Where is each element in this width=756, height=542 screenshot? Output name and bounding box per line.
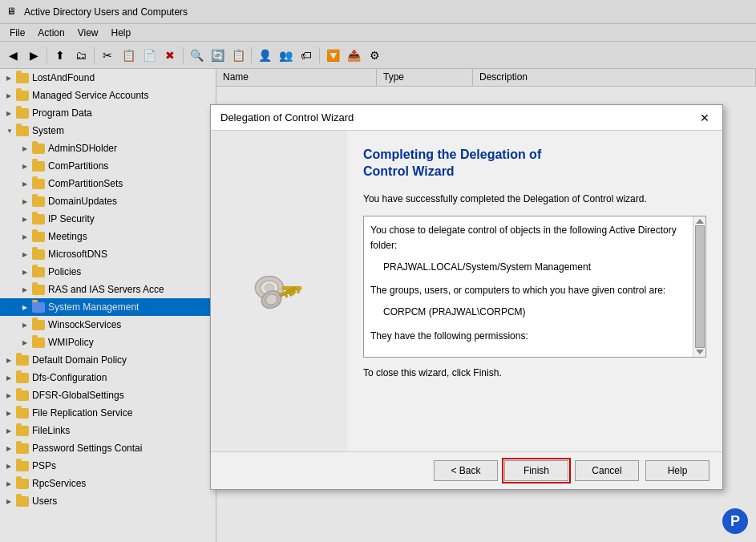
- watermark-logo: P: [722, 508, 748, 534]
- scroll-down-arrow: [696, 350, 704, 354]
- dialog-close-info: To close this wizard, click Finish.: [363, 367, 706, 378]
- dialog-close-button[interactable]: ✕: [697, 110, 713, 126]
- scroll-up-arrow: [696, 219, 704, 224]
- dialog-footer: < Back Finish Cancel Help: [211, 451, 722, 489]
- scroll-thumb[interactable]: [695, 225, 705, 348]
- summary-line2: The groups, users, or computers to which…: [370, 283, 683, 298]
- summary-line3: They have the following permissions:: [370, 329, 683, 344]
- dialog-summary-box: You chose to delegate control of objects…: [363, 216, 706, 358]
- summary-account: CORPCM (PRAJWAL\CORPCM): [383, 305, 683, 320]
- dialog-summary-content: You chose to delegate control of objects…: [370, 223, 689, 350]
- summary-line1: You chose to delegate control of objects…: [370, 223, 683, 253]
- dialog-body: Completing the Delegation of Control Wiz…: [211, 131, 722, 451]
- dialog-illustration: [211, 131, 347, 451]
- summary-path: PRAJWAL.LOCAL/System/System Management: [383, 260, 683, 275]
- svg-rect-10: [285, 294, 288, 298]
- summary-scrollbar[interactable]: [693, 216, 705, 357]
- dialog-right-panel: Completing the Delegation of Control Wiz…: [347, 131, 722, 451]
- delegation-wizard-dialog: Delegation of Control Wizard ✕: [210, 104, 723, 490]
- dialog-overlay: Delegation of Control Wizard ✕: [0, 0, 756, 542]
- finish-button[interactable]: Finish: [504, 460, 568, 481]
- svg-rect-6: [297, 289, 299, 293]
- back-button[interactable]: < Back: [434, 460, 498, 481]
- dialog-description: You have successfully completed the Dele…: [363, 192, 706, 206]
- dialog-title: Delegation of Control Wizard: [220, 111, 354, 123]
- keys-image: [247, 259, 311, 323]
- cancel-button[interactable]: Cancel: [575, 460, 639, 481]
- dialog-title-bar: Delegation of Control Wizard ✕: [211, 105, 722, 131]
- dialog-heading: Completing the Delegation of Control Wiz…: [363, 147, 706, 180]
- help-button[interactable]: Help: [645, 460, 710, 481]
